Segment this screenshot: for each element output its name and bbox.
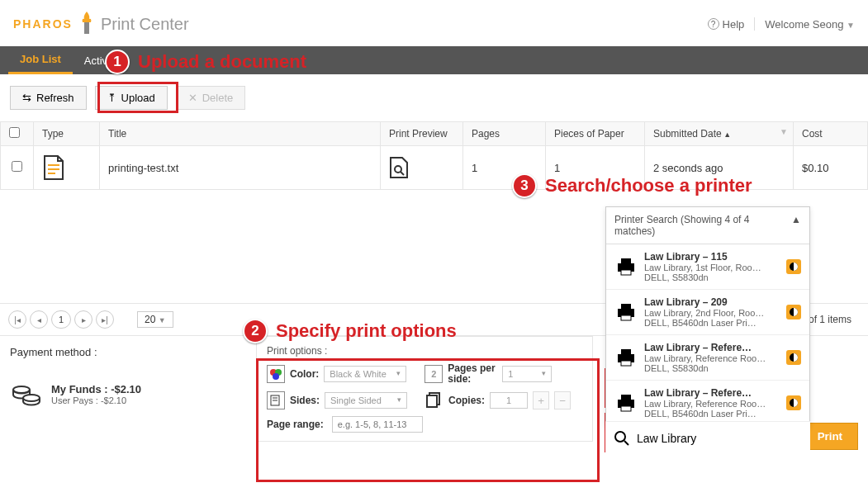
help-link[interactable]: ? Help (708, 18, 745, 31)
col-cost[interactable]: Cost (794, 122, 868, 146)
row-checkbox[interactable] (12, 161, 22, 172)
pager-next[interactable]: ▸ (74, 310, 92, 329)
sides-icon (267, 391, 285, 409)
brand-subtitle: Print Center (101, 15, 189, 34)
sides-select[interactable]: Single Sided ▾ (325, 392, 407, 409)
printer-model: DELL, B5460dn Laser Pri… (644, 318, 764, 328)
brand-logo: PHAROS (13, 17, 73, 31)
printer-name: Law Library – Refere… (644, 387, 766, 399)
printer-search-panel: Printer Search (Showing 4 of 4 matches) … (605, 206, 810, 427)
copies-minus[interactable]: − (554, 391, 571, 409)
funds-value: -$2.10 (111, 383, 141, 395)
callout-3: 3 Search/choose a printer (512, 173, 752, 198)
col-preview[interactable]: Print Preview (381, 122, 463, 146)
filter-icon[interactable]: ▼ (780, 127, 788, 136)
printer-loc: Law Library, Reference Roo… (644, 353, 766, 363)
svg-rect-29 (621, 395, 631, 400)
color-badge-icon (786, 350, 801, 365)
printer-item[interactable]: Law Library – 115Law Library, 1st Floor,… (606, 244, 809, 290)
pps-label: Pages per side: (448, 363, 497, 385)
pps-icon: 2 (425, 365, 443, 383)
printer-name: Law Library – 209 (644, 296, 764, 308)
col-type[interactable]: Type (34, 122, 100, 146)
color-label: Color: (290, 368, 319, 380)
col-pieces[interactable]: Pieces of Paper (546, 122, 645, 146)
copies-label: Copies: (448, 395, 485, 406)
printer-panel-head[interactable]: Printer Search (Showing 4 of 4 matches) … (606, 207, 809, 244)
printer-loc: Law Library, Reference Roo… (644, 399, 766, 409)
printer-icon (614, 348, 638, 367)
user-pays: User Pays : -$2.10 (51, 395, 141, 405)
help-label: Help (723, 18, 745, 31)
callout-2: 2 Specify print options (243, 319, 457, 343)
delete-icon: ✕ (188, 92, 197, 104)
callout-3-text: Search/choose a printer (545, 175, 752, 196)
printer-icon (614, 302, 638, 322)
color-badge-icon (786, 395, 801, 410)
user-menu[interactable]: Welcome Seong ▼ (765, 18, 855, 31)
pager-prev[interactable]: ◂ (30, 310, 48, 329)
pps-value: 1 (508, 369, 513, 379)
chevron-up-icon: ▲ (791, 214, 801, 237)
color-value: Black & White (330, 369, 386, 379)
refresh-icon: ⇆ (22, 92, 31, 104)
svg-rect-0 (84, 22, 89, 34)
copies-icon (425, 391, 443, 409)
callout-2-text: Specify print options (276, 320, 457, 342)
upload-label: Upload (121, 92, 155, 104)
printer-item[interactable]: Law Library – 209Law Library, 2nd Floor,… (606, 290, 809, 335)
my-funds: My Funds : -$2.10 (51, 383, 141, 395)
select-all-checkbox[interactable] (9, 127, 20, 138)
col-title[interactable]: Title (100, 122, 381, 146)
payment-method-label: Payment method : (0, 336, 256, 368)
submitted-label: Submitted Date (653, 128, 731, 140)
svg-rect-15 (427, 395, 437, 407)
chevron-down-icon: ▼ (847, 21, 855, 30)
torch-icon (79, 12, 94, 36)
color-badge-icon (786, 259, 801, 274)
printer-model: DELL, B5460dn Laser Pri… (644, 409, 766, 419)
printer-loc: Law Library, 2nd Floor, Roo… (644, 308, 764, 318)
svg-rect-30 (621, 406, 631, 411)
pager-first[interactable]: |◂ (8, 310, 26, 329)
chevron-down-icon: ▾ (397, 395, 401, 404)
delete-button[interactable]: ✕ Delete (176, 86, 246, 110)
pps-select[interactable]: 1 ▾ (502, 366, 552, 382)
page-size-select[interactable]: 20 ▼ (137, 311, 173, 328)
svg-rect-25 (621, 349, 631, 354)
printer-item[interactable]: Law Library – Refere…Law Library, Refere… (606, 381, 809, 426)
svg-rect-18 (621, 270, 631, 275)
upload-button[interactable]: ⤒ Upload (95, 86, 168, 110)
refresh-label: Refresh (36, 92, 74, 104)
search-icon (614, 430, 630, 447)
preview-icon[interactable] (389, 156, 409, 179)
copies-plus[interactable]: + (533, 391, 549, 409)
pager-last[interactable]: ▸| (96, 310, 114, 329)
page-range-input[interactable] (332, 416, 423, 433)
svg-point-32 (615, 432, 625, 442)
tab-job-list[interactable]: Job List (8, 46, 73, 74)
printer-search-input[interactable] (637, 432, 802, 445)
sides-label: Sides: (290, 395, 320, 406)
sides-value: Single Sided (330, 395, 382, 405)
printer-model: DELL, S5830dn (644, 363, 766, 373)
printer-loc: Law Library, 1st Floor, Roo… (644, 263, 761, 272)
printer-icon (614, 393, 638, 413)
printer-name: Law Library – 115 (644, 251, 761, 263)
refresh-button[interactable]: ⇆ Refresh (10, 86, 87, 110)
printer-item[interactable]: Law Library – Refere…Law Library, Refere… (606, 335, 809, 381)
col-pages[interactable]: Pages (463, 122, 546, 146)
color-select[interactable]: Black & White ▾ (324, 366, 406, 382)
svg-rect-21 (621, 304, 631, 309)
options-title: Print options : (267, 345, 582, 357)
printer-name: Law Library – Refere… (644, 342, 766, 353)
divider (754, 17, 755, 31)
pager-current: 1 (51, 310, 71, 329)
printer-icon (614, 257, 638, 277)
row-cost: $0.10 (794, 146, 868, 190)
chevron-down-icon: ▾ (396, 369, 401, 377)
printer-model: DELL, S5830dn (644, 272, 761, 282)
copies-input[interactable] (490, 392, 528, 409)
col-submitted[interactable]: Submitted Date▼ (645, 122, 794, 146)
upload-icon: ⤒ (107, 92, 116, 104)
